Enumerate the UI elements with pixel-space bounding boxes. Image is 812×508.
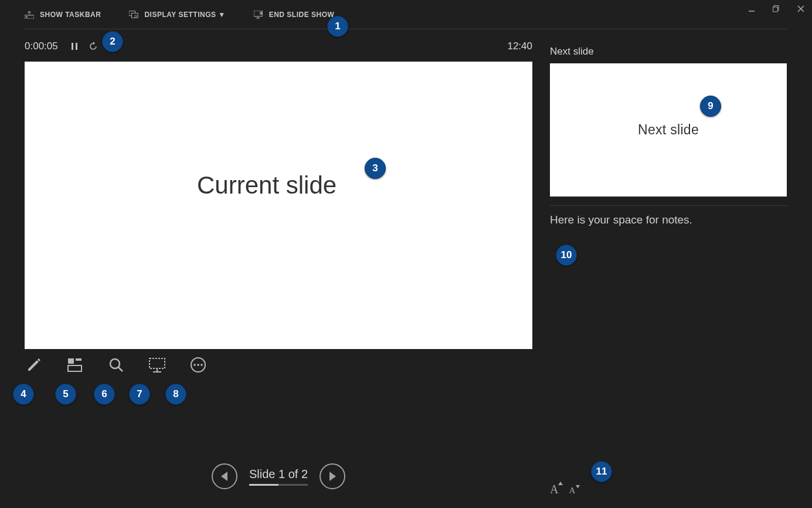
svg-rect-23 — [150, 358, 165, 368]
zoom-button[interactable] — [107, 355, 125, 374]
taskbar-icon — [25, 10, 34, 19]
svg-rect-6 — [26, 16, 28, 18]
svg-marker-29 — [221, 472, 227, 481]
font-size-controls: A A — [550, 483, 575, 496]
display-settings-button[interactable]: DISPLAY SETTINGS ▼ — [129, 10, 225, 19]
show-taskbar-button[interactable]: SHOW TASKBAR — [25, 10, 101, 19]
slide-tools — [25, 355, 208, 374]
more-options-button[interactable] — [189, 355, 208, 374]
timer-row: 0:00:05 12:40 — [25, 35, 787, 57]
end-show-icon — [254, 10, 263, 19]
svg-rect-20 — [68, 365, 81, 371]
top-toolbar: SHOW TASKBAR DISPLAY SETTINGS ▼ END SLID… — [25, 0, 787, 29]
annotation-badge-7: 7 — [129, 384, 150, 405]
presenter-view: SHOW TASKBAR DISPLAY SETTINGS ▼ END SLID… — [0, 0, 812, 508]
annotation-badge-2: 2 — [102, 31, 123, 52]
decrease-font-button[interactable]: A — [569, 486, 575, 496]
svg-point-27 — [197, 364, 199, 366]
prev-slide-button[interactable] — [212, 463, 237, 489]
svg-rect-17 — [76, 43, 77, 50]
annotation-badge-11: 11 — [591, 461, 612, 482]
annotation-badge-4: 4 — [13, 384, 34, 405]
clock-time: 12:40 — [507, 40, 532, 52]
notes-area[interactable]: Here is your space for notes. — [550, 214, 787, 226]
elapsed-time: 0:00:05 — [25, 40, 58, 52]
annotation-badge-3: 3 — [365, 158, 386, 179]
svg-rect-16 — [72, 43, 73, 50]
annotation-badge-1: 1 — [327, 16, 348, 37]
svg-point-28 — [201, 364, 203, 366]
slide-counter: Slide 1 of 2 — [249, 468, 308, 481]
pause-button[interactable] — [71, 42, 78, 50]
end-slide-show-button[interactable]: END SLIDE SHOW — [254, 10, 335, 19]
next-slide-preview[interactable]: Next slide — [550, 63, 787, 197]
annotation-badge-8: 8 — [165, 384, 186, 405]
show-taskbar-label: SHOW TASKBAR — [40, 11, 101, 19]
pen-tool-button[interactable] — [25, 355, 43, 374]
svg-point-26 — [193, 364, 196, 366]
svg-line-22 — [118, 367, 123, 371]
next-slide-text: Next slide — [638, 122, 699, 138]
svg-rect-19 — [76, 358, 81, 361]
svg-rect-9 — [132, 13, 138, 18]
black-screen-button[interactable] — [148, 355, 167, 374]
annotation-badge-9: 9 — [700, 96, 721, 117]
svg-marker-30 — [329, 472, 336, 481]
annotation-badge-5: 5 — [55, 384, 76, 405]
see-all-slides-button[interactable] — [66, 355, 84, 374]
end-slide-show-label: END SLIDE SHOW — [269, 11, 335, 19]
display-settings-label: DISPLAY SETTINGS ▼ — [144, 11, 225, 19]
annotation-badge-6: 6 — [94, 384, 115, 405]
progress-fill — [249, 484, 278, 486]
slide-nav: Slide 1 of 2 — [25, 463, 532, 489]
display-settings-icon — [129, 10, 138, 19]
slide-counter-block: Slide 1 of 2 — [249, 468, 308, 486]
svg-rect-18 — [68, 358, 74, 364]
svg-point-21 — [110, 359, 120, 368]
svg-marker-32 — [576, 485, 580, 488]
next-slide-button[interactable] — [320, 463, 345, 489]
slide-progress — [249, 484, 308, 486]
close-button[interactable] — [797, 5, 805, 13]
reset-button[interactable] — [89, 42, 98, 51]
svg-marker-31 — [558, 482, 563, 485]
annotation-badge-10: 10 — [556, 245, 577, 266]
current-slide-text: Current slide — [197, 171, 337, 199]
separator — [550, 205, 787, 206]
current-slide-preview[interactable]: Current slide — [25, 62, 532, 349]
next-slide-label: Next slide — [550, 46, 594, 57]
increase-font-button[interactable]: A — [550, 483, 558, 496]
